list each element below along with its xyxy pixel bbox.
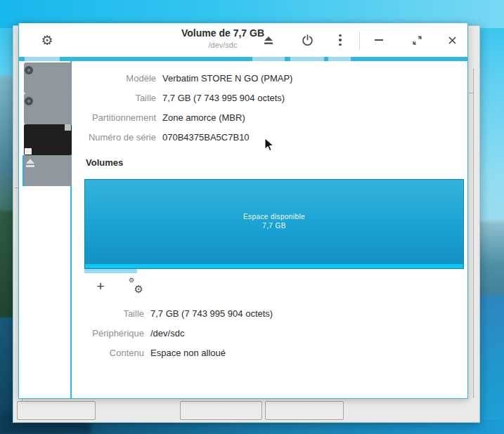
window-body: 16...ur ST...AS 16...ur ST...AS <box>19 61 467 398</box>
gears-icon: ⚙⚙ <box>128 278 143 294</box>
power-off-icon <box>302 34 314 46</box>
info-value: Verbatim STORE N GO (PMAP) <box>162 73 292 84</box>
info-value: 070B4375BA5C7B10 <box>162 132 250 143</box>
power-off-button[interactable] <box>290 27 324 53</box>
close-icon <box>448 36 457 45</box>
info-label: Contenu <box>72 348 144 358</box>
restore-icon <box>412 35 422 46</box>
app-menu-button[interactable]: ⚙ <box>32 27 63 53</box>
gear-icon: ⚙ <box>41 34 53 47</box>
device-sidebar: 16...ur ST...AS 16...ur ST...AS <box>19 61 70 398</box>
info-row-volume-size: Taille 7,7 GB (7 743 995 904 octets) <box>72 303 467 323</box>
info-row-contents: Contenu Espace non alloué <box>72 343 467 362</box>
drive-detail-pane: Modèle Verbatim STORE N GO (PMAP) Taille… <box>72 61 467 398</box>
volumes-heading: Volumes <box>86 157 467 168</box>
info-row-partitioning: Partitionnement Zone amorce (MBR) <box>72 107 467 127</box>
close-button[interactable] <box>439 27 465 53</box>
background-window-border <box>469 93 474 93</box>
eject-button[interactable] <box>252 27 285 53</box>
add-partition-button[interactable]: + <box>91 278 110 294</box>
plus-icon: + <box>96 280 104 293</box>
volume-bottom-strip <box>85 264 463 268</box>
volume-free-space-text: Espace disponible 7,7 GB <box>85 212 463 230</box>
info-value: 7,7 GB (7 743 995 904 octets) <box>150 308 273 319</box>
info-value: 7,7 GB (7 743 995 904 octets) <box>162 93 285 103</box>
info-label: Numéro de série <box>72 132 156 143</box>
info-label: Taille <box>72 308 144 319</box>
free-space-label: Espace disponible <box>85 212 463 221</box>
three-dot-menu-icon <box>339 34 342 46</box>
info-label: Modèle <box>72 73 156 84</box>
minimize-icon <box>375 39 383 41</box>
free-space-size: 7,7 GB <box>85 221 463 230</box>
info-row-device: Périphérique /dev/sdc <box>72 323 467 343</box>
menu-button[interactable] <box>329 27 351 53</box>
usb-drive-icon <box>24 155 72 186</box>
background-window-border <box>473 68 474 398</box>
sidebar-item-usb-volume[interactable]: V...GB Ve...GO <box>22 155 70 186</box>
info-label: Partitionnement <box>72 112 156 123</box>
eject-icon <box>263 35 274 45</box>
background-window-panel <box>17 401 96 420</box>
volume-selection-tab <box>84 269 137 273</box>
sidebar-item-disk-2[interactable]: 16...ur ST...AS <box>22 93 70 124</box>
info-label: Taille <box>72 93 156 103</box>
volume-free-space-region[interactable]: Espace disponible 7,7 GB <box>84 179 464 269</box>
volume-info-grid: Taille 7,7 GB (7 743 995 904 octets) Pér… <box>72 303 467 362</box>
drive-info-grid: Modèle Verbatim STORE N GO (PMAP) Taille… <box>72 68 467 147</box>
info-row-size: Taille 7,7 GB (7 743 995 904 octets) <box>72 88 467 107</box>
desktop: ⚙ Volume de 7,7 GB /dev/sdc <box>0 0 504 434</box>
sidebar-item-disk-1[interactable]: 16...ur ST...AS <box>22 63 70 93</box>
background-window-panel <box>265 401 344 420</box>
restore-button[interactable] <box>403 27 431 53</box>
background-window-panel <box>180 401 262 420</box>
minimize-button[interactable] <box>365 27 393 53</box>
info-row-serial: Numéro de série 070B4375BA5C7B10 <box>72 127 467 147</box>
info-label: Périphérique <box>72 328 144 338</box>
partition-options-button[interactable]: ⚙⚙ <box>127 278 145 294</box>
sidebar-item-floppy[interactable]: L...py Flo...ve <box>22 124 70 155</box>
info-value: /dev/sdc <box>150 328 184 338</box>
disks-window: ⚙ Volume de 7,7 GB /dev/sdc <box>18 23 468 399</box>
info-value: Espace non alloué <box>150 348 226 358</box>
hard-disk-icon <box>24 63 72 93</box>
volume-toolbar: + ⚙⚙ <box>91 278 467 294</box>
headerbar: ⚙ Volume de 7,7 GB /dev/sdc <box>19 23 467 57</box>
headerbar-separator <box>359 32 360 50</box>
hard-disk-icon <box>24 93 72 124</box>
floppy-icon <box>24 124 72 155</box>
info-row-model: Modèle Verbatim STORE N GO (PMAP) <box>72 68 467 88</box>
info-value: Zone amorce (MBR) <box>162 112 245 123</box>
